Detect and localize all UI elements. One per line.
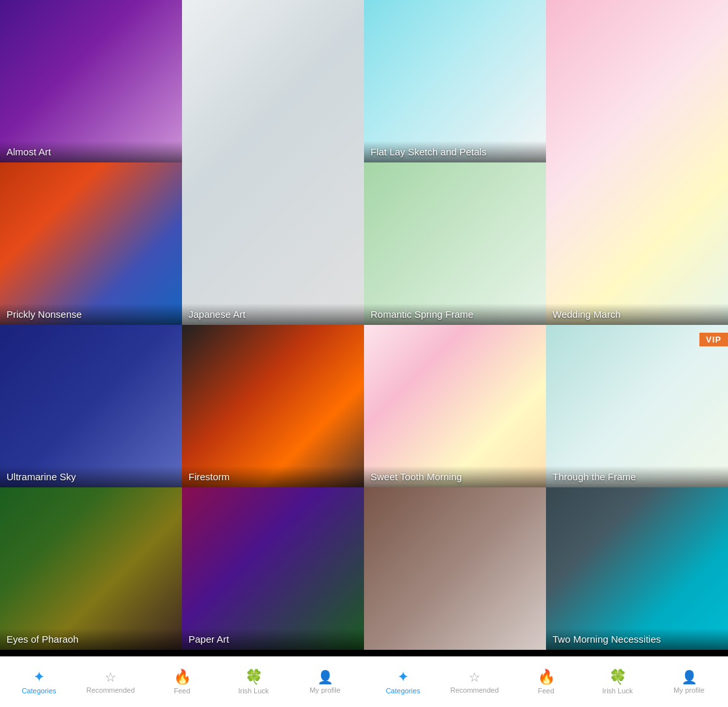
cell-image [546, 0, 728, 325]
cell-label: Romantic Spring Frame [364, 303, 546, 325]
cell-image [182, 0, 364, 325]
nav-label-recommended-left: Recommended [86, 686, 135, 694]
irish-luck-icon-left: 🍀 [245, 670, 263, 684]
cell-image [364, 325, 546, 487]
main-content: Almost Art Japanese Art Prickly Nonsense… [0, 0, 728, 656]
feed-icon-left: 🔥 [174, 670, 191, 684]
bottom-nav: ✦ Categories ☆ Recommended 🔥 Feed 🍀 Iris… [0, 656, 728, 707]
profile-icon-right: 👤 [681, 671, 697, 684]
cell-label: Eyes of Pharaoh [0, 628, 182, 650]
nav-label-feed-left: Feed [174, 687, 190, 695]
cell-sweet-tooth[interactable]: Sweet Tooth Morning [364, 325, 546, 487]
right-nav: ✦ Categories ☆ Recommended 🔥 Feed 🍀 Iris… [364, 657, 728, 707]
nav-label-feed-right: Feed [538, 687, 554, 695]
cell-label: Two Morning Necessities [546, 628, 728, 650]
nav-item-categories-right[interactable]: ✦ Categories [367, 665, 439, 700]
nav-item-categories-left[interactable]: ✦ Categories [3, 665, 75, 700]
nav-label-profile-left: My profile [309, 686, 341, 694]
nav-item-profile-left[interactable]: 👤 My profile [289, 665, 361, 699]
cell-label: Flat Lay Sketch and Petals [364, 141, 546, 162]
cell-image [364, 0, 546, 162]
cell-label: Almost Art [0, 141, 182, 162]
left-grid: Almost Art Japanese Art Prickly Nonsense… [0, 0, 364, 656]
cell-dog[interactable] [364, 487, 546, 650]
left-nav: ✦ Categories ☆ Recommended 🔥 Feed 🍀 Iris… [0, 657, 364, 707]
nav-label-profile-right: My profile [673, 686, 705, 694]
nav-item-irish-luck-left[interactable]: 🍀 Irish Luck [218, 665, 289, 700]
cell-image [364, 487, 546, 650]
cell-image [0, 162, 182, 325]
cell-label: Prickly Nonsense [0, 303, 182, 325]
right-grid: Flat Lay Sketch and Petals Wedding March… [364, 0, 728, 656]
cell-image [0, 325, 182, 487]
cell-paper-art[interactable]: Paper Art [182, 487, 364, 650]
nav-item-profile-right[interactable]: 👤 My profile [653, 665, 725, 699]
recommended-icon-right: ☆ [469, 671, 480, 684]
nav-item-irish-luck-right[interactable]: 🍀 Irish Luck [582, 665, 653, 700]
cell-wedding-march[interactable]: Wedding March [546, 0, 728, 325]
cell-almost-art[interactable]: Almost Art [0, 0, 182, 162]
profile-icon-left: 👤 [317, 671, 333, 684]
nav-item-recommended-left[interactable]: ☆ Recommended [75, 665, 146, 699]
categories-icon-left: ✦ [33, 670, 45, 684]
categories-icon-right: ✦ [397, 670, 409, 684]
cell-label: Wedding March [546, 303, 728, 325]
recommended-icon-left: ☆ [105, 671, 116, 684]
cell-label: Ultramarine Sky [0, 466, 182, 487]
cell-flat-lay[interactable]: Flat Lay Sketch and Petals [364, 0, 546, 162]
cell-eyes-of-pharaoh[interactable]: Eyes of Pharaoh [0, 487, 182, 650]
cell-image [182, 325, 364, 487]
cell-image [0, 487, 182, 650]
feed-icon-right: 🔥 [538, 670, 555, 684]
vip-badge: VIP [699, 333, 728, 346]
cell-image [546, 487, 728, 650]
cell-label: Firestorm [182, 466, 364, 487]
cell-label: Japanese Art [182, 303, 364, 325]
cell-image [364, 162, 546, 325]
cell-image [0, 0, 182, 162]
cell-ultramarine-sky[interactable]: Ultramarine Sky [0, 325, 182, 487]
nav-item-recommended-right[interactable]: ☆ Recommended [439, 665, 510, 699]
cell-through-frame[interactable]: VIP Through the Frame [546, 325, 728, 487]
cell-label: Through the Frame [546, 466, 728, 487]
cell-label: Paper Art [182, 628, 364, 650]
irish-luck-icon-right: 🍀 [609, 670, 627, 684]
nav-item-feed-right[interactable]: 🔥 Feed [510, 665, 582, 700]
nav-item-feed-left[interactable]: 🔥 Feed [146, 665, 218, 700]
nav-label-irish-luck-left: Irish Luck [238, 687, 268, 695]
cell-japanese-art[interactable]: Japanese Art [182, 0, 364, 325]
cell-label: Sweet Tooth Morning [364, 466, 546, 487]
nav-label-categories-right: Categories [385, 687, 420, 695]
cell-image [546, 325, 728, 487]
nav-label-recommended-right: Recommended [450, 686, 499, 694]
nav-label-irish-luck-right: Irish Luck [602, 687, 632, 695]
cell-firestorm[interactable]: Firestorm [182, 325, 364, 487]
cell-romantic-spring[interactable]: Romantic Spring Frame [364, 162, 546, 325]
cell-image [182, 487, 364, 650]
nav-label-categories-left: Categories [21, 687, 56, 695]
cell-prickly-nonsense[interactable]: Prickly Nonsense [0, 162, 182, 325]
cell-two-morning[interactable]: Two Morning Necessities [546, 487, 728, 650]
